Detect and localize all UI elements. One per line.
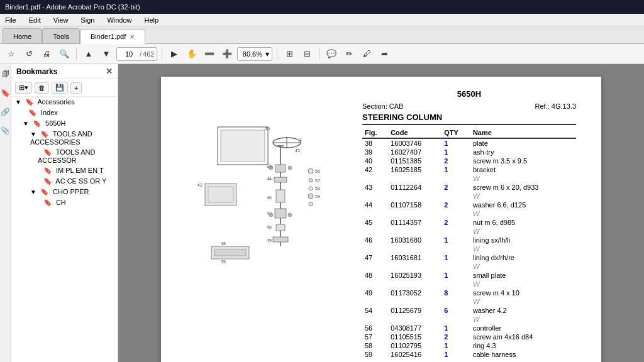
menu-file[interactable]: File [3,15,19,25]
tree-item-tools-acc[interactable]: ▼ 🔖 TOOLS AND ACCESSORIES [11,129,118,147]
td-w-suffix: W [470,297,576,306]
td-fig: 57 [362,332,388,341]
sidebar-close-button[interactable]: ✕ [106,67,113,76]
zoom-dropdown-icon[interactable]: ▾ [265,50,269,58]
tree-item-5650h[interactable]: ▼ 🔖 5650H [11,118,118,129]
tree-item-implement[interactable]: 🔖 IM PL EM EN T [11,165,118,176]
sidebar-tools: ⊞▾ 🗑 💾 + [11,79,118,97]
sidebar-tool-save[interactable]: 💾 [52,82,68,94]
svg-text:57: 57 [315,178,320,183]
separator-1 [76,48,77,60]
comment-button[interactable]: 💬 [324,47,339,62]
tree-item-index[interactable]: 🔖 Index [11,107,118,118]
td-code: 01114357 [388,218,441,227]
print-button[interactable]: 🖨 [39,47,54,62]
tab-home[interactable]: Home [3,28,42,43]
next-page-button[interactable]: ▼ [99,47,114,62]
table-row: 59160254161cable harness [362,350,576,359]
tab-close-icon[interactable]: ✕ [130,33,135,40]
tab-tools[interactable]: Tools [42,28,80,43]
panel-icon-2[interactable]: 🔖 [0,87,12,99]
svg-point-38 [308,194,313,199]
tree-item-tools-sub[interactable]: 🔖 TOOLS AND ACCESSOR [11,147,118,165]
bookmark-icon-implement: 🔖 [43,167,52,174]
pan-zoom-button[interactable]: ⊟ [299,47,314,62]
sidebar-tool-delete[interactable]: 🗑 [35,82,49,94]
svg-rect-8 [274,177,287,182]
page-total: 462 [143,50,154,58]
td-qty: 1 [441,236,470,244]
marquee-zoom-button[interactable]: ⊞ [282,47,297,62]
select-tool-button[interactable]: ▶ [167,47,182,62]
table-row: 46160316801lining sx/lh/li [362,236,576,244]
table-row: 56043081771controller [362,324,576,332]
tab-bar: Home Tools Binder1.pdf ✕ [0,26,644,44]
main-area: 🗐 🔖 🔗 📎 Bookmarks ✕ ⊞▾ 🗑 💾 + ▼ 🔖 Accesso… [0,64,644,362]
table-row: 42160251851bracket [362,165,576,174]
td-code: 16027407 [388,148,441,156]
toggle-tools-acc[interactable]: ▼ [30,131,36,138]
td-qty: 2 [441,332,470,341]
zoom-out-small-button[interactable]: 🔍 [57,47,72,62]
td-fig: 54 [362,306,388,315]
highlight-button[interactable]: ✏ [341,47,357,62]
svg-rect-10 [275,209,286,218]
menu-sign[interactable]: Sign [78,15,97,25]
zoom-input[interactable] [240,50,264,58]
title-bar-text: Binder1.pdf - Adobe Acrobat Pro DC (32-b… [5,3,140,11]
td-name: screw m 4 x 10 [470,288,576,297]
td-fig: 44 [362,200,388,209]
previous-view-button[interactable]: ↺ [21,47,36,62]
td-code: 16025416 [388,350,441,359]
td-code: 01107158 [388,200,441,209]
td-qty: 1 [441,165,470,174]
td-fig: 56 [362,324,388,332]
tab-binder1[interactable]: Binder1.pdf ✕ [80,29,145,44]
page-sep: / [140,50,142,58]
table-row-w: W [362,209,576,218]
zoom-out-button[interactable]: ➖ [202,47,217,62]
share-button[interactable]: ➦ [377,47,392,62]
menu-view[interactable]: View [51,15,71,25]
draw-button[interactable]: 🖊 [359,47,374,62]
svg-point-37 [309,187,313,190]
tab-binder1-label: Binder1.pdf [91,33,126,40]
tree-item-accessories[interactable]: ▼ 🔖 Accessories [11,97,118,107]
pdf-area[interactable]: 40 1 45 43 44 46 47 48 49 42 38 39 [118,64,644,362]
td-code: 04308177 [388,324,441,332]
td-w-suffix: W [470,209,576,218]
td-code: 16025185 [388,165,441,174]
tree-item-accessory[interactable]: 🔖 AC CE SS OR Y [11,176,118,187]
bookmark-button[interactable]: ☆ [4,47,19,62]
td-name: small plate [470,271,576,280]
menu-window[interactable]: Window [104,15,134,25]
hand-tool-button[interactable]: ✋ [184,47,199,62]
diagram-area: 40 1 45 43 44 46 47 48 49 42 38 39 [180,108,356,328]
svg-text:43: 43 [267,165,272,169]
td-name: lining sx/lh/li [470,236,576,244]
page-nav-group: / 462 [116,47,157,61]
svg-text:49: 49 [267,238,272,243]
td-fig: 46 [362,236,388,244]
sidebar-tool-new[interactable]: + [70,82,82,94]
prev-page-button[interactable]: ▲ [81,47,96,62]
td-qty: 2 [441,218,470,227]
tree-item-ch[interactable]: 🔖 CH [11,197,118,208]
bookmark-icon-index: 🔖 [28,109,37,116]
panel-icon-4[interactable]: 📎 [0,124,12,137]
sidebar-tool-grid[interactable]: ⊞▾ [15,82,32,94]
td-w-suffix: W [470,280,576,288]
left-panel-icons: 🗐 🔖 🔗 📎 [0,64,11,362]
table-row: 43011122642screw m 6 x 20, d933 [362,183,576,192]
tree-label-index: Index [41,109,58,116]
toggle-5650h[interactable]: ▼ [23,120,29,127]
panel-icon-1[interactable]: 🗐 [0,68,11,80]
menu-help[interactable]: Help [142,15,162,25]
toggle-accessories[interactable]: ▼ [15,99,21,106]
menu-edit[interactable]: Edit [26,15,43,25]
panel-icon-3[interactable]: 🔗 [0,106,12,118]
page-input[interactable] [119,50,138,58]
zoom-in-button[interactable]: ➕ [219,47,235,62]
tree-item-chopper[interactable]: ▼ 🔖 CHO PPER [11,187,118,197]
toggle-chopper[interactable]: ▼ [30,189,36,195]
